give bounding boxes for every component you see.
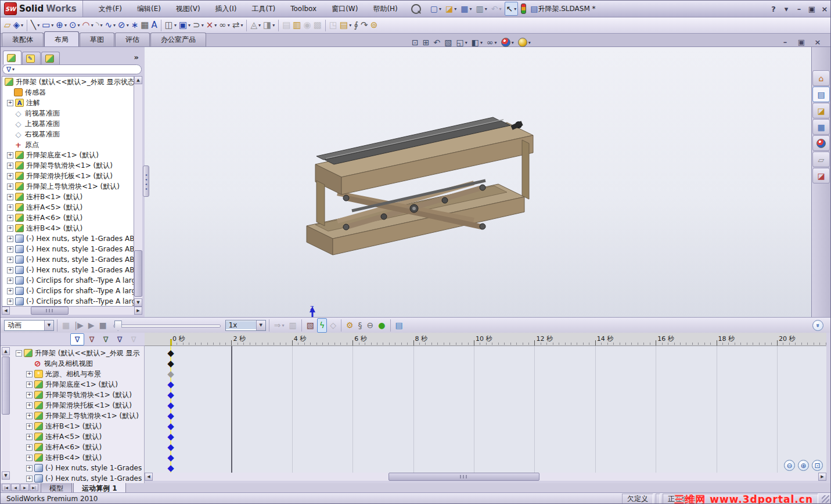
centerpoint-arc-icon[interactable]: ◠▾ <box>81 19 95 33</box>
open-button[interactable]: ◪▾ <box>444 2 458 15</box>
feature-tree-item[interactable]: +(-) Hex nuts, style 1-Grades AB GB<1> <box>2 233 134 244</box>
offset-entities-icon[interactable]: ⊃▾ <box>192 19 205 33</box>
play-from-start-button[interactable]: |▶ <box>73 319 85 332</box>
panel-splitter-handle[interactable]: ◂◂◂◂ <box>143 165 149 197</box>
tab-sketch[interactable]: 草图 <box>80 33 114 46</box>
menu-item[interactable]: 文件(F) <box>91 1 129 17</box>
keyframe-diamond[interactable]: ◆ <box>167 401 174 410</box>
feature-tree-item[interactable]: +连杆A<5> (默认) <box>2 202 134 213</box>
calculate-button[interactable]: ▦ <box>60 319 71 332</box>
expander-plus-icon[interactable]: + <box>26 371 33 377</box>
feature-tree-item[interactable]: +(-) Circlips for shaft--Type A large GB… <box>2 275 134 286</box>
print-button[interactable]: ▥▾ <box>475 2 488 15</box>
prev-tab-button[interactable]: ◀ <box>11 484 20 491</box>
timeline-ruler[interactable]: 0 秒2 秒4 秒6 秒8 秒10 秒12 秒14 秒16 秒18 秒20 秒 <box>145 333 826 346</box>
feature-tree-item[interactable]: +升降架底座<1> (默认) <box>2 150 134 160</box>
expander-plus-icon[interactable]: + <box>7 236 13 242</box>
filter-selected-button[interactable]: ∇ <box>113 334 126 345</box>
autokey-button[interactable]: ϟ <box>317 318 327 333</box>
timeline-zoom-out-button[interactable]: ⊖ <box>784 460 795 471</box>
expander-plus-icon[interactable]: + <box>26 444 33 451</box>
expander-plus-icon[interactable]: + <box>7 267 13 273</box>
motion-tree-item[interactable]: +*光源、相机与布景 <box>1 369 144 379</box>
search-icon[interactable] <box>411 4 421 14</box>
feature-tree-item[interactable]: +(-) Hex nuts, style 1-Grades AB GB<3> <box>2 254 134 265</box>
collapse-motionmanager-button[interactable]: » <box>812 320 823 331</box>
next-tab-button[interactable]: ▶ <box>20 484 29 491</box>
featuremanager-tab[interactable] <box>3 51 21 64</box>
scroll-right-icon[interactable]: ▶ <box>818 473 826 481</box>
scroll-thumb[interactable] <box>31 307 69 315</box>
first-tab-button[interactable]: |◀ <box>2 484 10 491</box>
expander-plus-icon[interactable]: + <box>7 183 13 190</box>
feature-tree-hscrollbar[interactable]: ◀ ▶ <box>2 307 142 315</box>
expander-plus-icon[interactable]: + <box>26 434 33 440</box>
feature-tree-item[interactable]: +连杆B<1> (默认) <box>2 192 134 202</box>
motion-tree-item[interactable]: +升降架上导轨滑块<1> (默认) <box>1 411 144 421</box>
motor-button[interactable]: ⚙ <box>344 319 355 332</box>
feature-tree-item[interactable]: ◇前视基准面 <box>2 108 134 118</box>
keyframe-diamond[interactable]: ◆ <box>167 443 174 452</box>
doc-restore-button[interactable]: ▣ <box>797 38 806 46</box>
menu-item[interactable]: 工具(T) <box>244 1 283 17</box>
expander-plus-icon[interactable]: + <box>7 298 13 305</box>
motion-tree-item[interactable]: +(-) Hex nuts, style 1-Grades AB <box>1 473 144 484</box>
mirror-entities-icon[interactable]: ◫▾ <box>164 19 178 33</box>
expander-minus-icon[interactable]: − <box>16 350 22 357</box>
chevron-down-icon[interactable]: ▼ <box>256 321 265 330</box>
tab-layout[interactable]: 布局 <box>44 31 79 46</box>
feature-tree-item[interactable]: +A注解 <box>2 98 134 108</box>
expander-plus-icon[interactable]: + <box>7 204 13 211</box>
tree-filter-input[interactable]: ∇ ▾ <box>2 64 142 74</box>
motion-tree-vscrollbar[interactable]: ▲ ▼ <box>2 347 10 480</box>
motion-tree-item[interactable]: +升降架底座<1> (默认) <box>1 379 144 390</box>
expander-plus-icon[interactable]: + <box>26 402 33 409</box>
ellipse-icon[interactable]: ⊘▾ <box>117 19 130 33</box>
built-in-libraries-icon[interactable]: ◪ <box>812 168 830 183</box>
chevron-down-icon[interactable]: ▼ <box>44 321 53 330</box>
hide-show-items-icon[interactable]: ∞▾ <box>485 36 498 49</box>
scroll-up-icon[interactable]: ▲ <box>134 76 142 84</box>
filter-animated-button[interactable]: ∇ <box>85 334 98 345</box>
apply-scene-icon[interactable]: ▾ <box>517 36 532 49</box>
assembly-model[interactable] <box>291 112 541 263</box>
feature-tree-item[interactable]: +原点 <box>2 139 134 150</box>
quick-snaps-icon[interactable]: ◬▾ <box>249 19 262 33</box>
solidworks-resources-icon[interactable]: ⌂ <box>812 70 830 86</box>
expander-plus-icon[interactable]: + <box>26 392 33 398</box>
previous-view-icon[interactable]: ↶ <box>432 36 441 49</box>
section-view-icon[interactable]: ▧ <box>443 36 453 49</box>
convert-entities-icon[interactable]: ▣▾ <box>178 19 192 33</box>
rotate-component-icon[interactable]: ↷ <box>359 19 369 33</box>
tab-assembly[interactable]: 装配体 <box>2 33 44 46</box>
expander-plus-icon[interactable]: + <box>7 173 13 179</box>
feature-tree-root[interactable]: 升降架 (默认<<默认>_外观 显示状态> <box>2 77 134 87</box>
motion-tree-item[interactable]: +(-) Hex nuts, style 1-Grades AB <box>1 463 144 473</box>
keyframe-diamond[interactable]: ◆ <box>167 412 174 420</box>
filter-all-button[interactable]: ∇ <box>70 333 84 345</box>
timeline-canvas[interactable]: ◆◆◆◆◆◆◆◆◆◆◆◆ <box>145 346 826 473</box>
feature-tree-item[interactable]: +升降架滑块托板<1> (默认) <box>2 171 134 181</box>
add-key-button[interactable]: ◇ <box>328 319 338 332</box>
design-library-icon[interactable]: ▤ <box>812 87 830 102</box>
minimize-button[interactable]: – <box>794 5 804 13</box>
motion-tree-item[interactable]: ⊘视向及相机视图 <box>1 358 144 369</box>
view-orientation-icon[interactable]: ◱▾ <box>455 36 468 49</box>
note-icon[interactable]: ▤ <box>281 19 292 33</box>
keyframe-diamond[interactable]: ◆ <box>167 391 174 399</box>
doc-minimize-button[interactable]: – <box>780 38 790 46</box>
zoom-to-fit-icon[interactable]: ⊡ <box>411 36 420 49</box>
trim-entities-icon[interactable]: ×▾ <box>205 19 218 33</box>
expander-plus-icon[interactable]: + <box>7 194 13 200</box>
rapid-sketch-icon[interactable]: ◨▾ <box>262 19 276 33</box>
playhead-marker[interactable] <box>170 339 172 345</box>
expander-plus-icon[interactable]: + <box>26 381 33 388</box>
insert-components-icon[interactable]: ▤▾ <box>339 19 352 33</box>
display-style-icon[interactable]: ◧▾ <box>470 36 484 49</box>
feature-tree-vscrollbar[interactable]: ▲ ▼ <box>134 76 142 307</box>
view-palette-icon[interactable]: ▦ <box>812 119 830 135</box>
menu-item[interactable]: 帮助(H) <box>365 1 405 17</box>
text-icon[interactable]: A <box>150 19 158 33</box>
expander-plus-icon[interactable]: + <box>26 423 33 430</box>
motion-tree-item[interactable]: +连杆B<4> (默认) <box>1 452 144 463</box>
